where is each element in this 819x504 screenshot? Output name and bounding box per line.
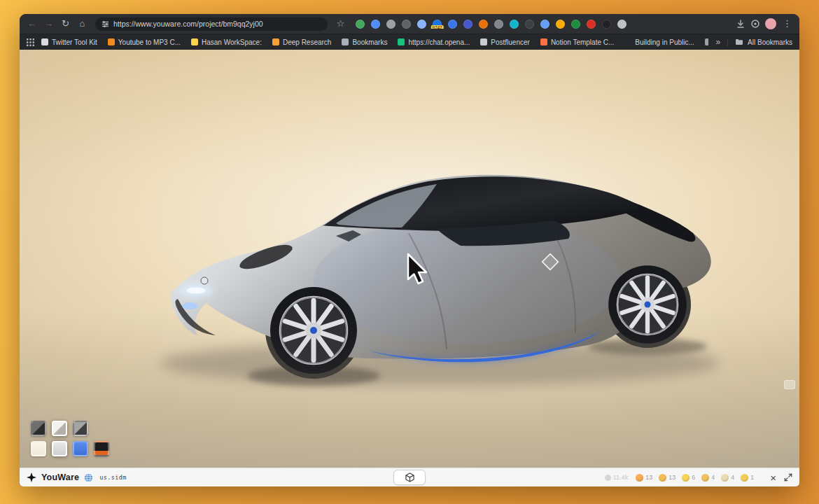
status-bar: YouWare us.sidm 11.4k: [20, 468, 799, 486]
clap-emoji-icon: [701, 474, 709, 482]
fullscreen-icon[interactable]: [784, 473, 792, 482]
extension-green2-icon[interactable]: [571, 20, 580, 29]
reactions: 13136441: [636, 474, 754, 482]
bookmark-favicon: [272, 38, 279, 46]
browser-toolbar: ← → ↻ ⌂ https://www.youware.com/project/…: [20, 14, 799, 34]
folder-icon: [735, 38, 743, 46]
extension-skyblue-icon[interactable]: [540, 20, 550, 29]
apps-grid-icon[interactable]: [27, 38, 34, 46]
cube-icon: [405, 472, 414, 482]
reaction-count: 13: [668, 474, 676, 481]
bookmark-item[interactable]: https://chat.opena...: [398, 38, 470, 46]
viewer-canvas[interactable]: [20, 50, 799, 468]
extension-slate-icon[interactable]: [402, 20, 411, 29]
reload-button[interactable]: ↻: [59, 14, 71, 34]
bookmark-item[interactable]: Tribescaler: [705, 38, 709, 46]
paint-black-orange-swatch[interactable]: [94, 441, 109, 456]
reaction-count: 1: [750, 474, 754, 481]
bookmark-label: Postfluencer: [491, 38, 530, 46]
brand-name[interactable]: YouWare: [41, 472, 79, 482]
extension-red-icon[interactable]: [587, 20, 596, 29]
bookmark-favicon: [480, 38, 487, 46]
reaction-clap[interactable]: 4: [701, 474, 715, 482]
all-bookmarks-label: All Bookmarks: [748, 38, 792, 46]
model-toggle-button[interactable]: [393, 470, 426, 485]
toolbar-extra-icon[interactable]: [750, 19, 760, 29]
bookmarks-list: Twitter Tool KitYoutube to MP3 C...Hasan…: [41, 38, 708, 46]
reaction-raised-hands[interactable]: 4: [721, 474, 734, 482]
back-button[interactable]: ←: [26, 14, 38, 34]
bookmark-item[interactable]: Youtube to MP3 C...: [108, 38, 181, 46]
home-button[interactable]: ⌂: [76, 14, 88, 34]
reaction-lightning[interactable]: 1: [741, 474, 754, 482]
env-gray-swatch[interactable]: [73, 421, 88, 436]
site-settings-icon[interactable]: [102, 20, 109, 28]
bookmarks-overflow-icon[interactable]: »: [715, 37, 720, 47]
car-render: [20, 50, 799, 468]
extension-blue-pencil-icon[interactable]: [371, 20, 380, 29]
extension-green-icon[interactable]: [356, 20, 365, 29]
url-bar[interactable]: https://www.youware.com/project/bm9qq2yj…: [95, 18, 328, 31]
statusbar-right-group: 11.4k 13136441 ×: [605, 472, 792, 483]
env-dark-swatch[interactable]: [31, 421, 46, 436]
extension-gray-icon[interactable]: [494, 20, 503, 29]
front-wheel: [270, 287, 357, 374]
view-count-value: 11.4k: [613, 474, 628, 481]
bookmark-favicon: [108, 38, 115, 46]
extension-silver-icon[interactable]: [617, 20, 626, 29]
bookmark-item[interactable]: Building in Public...: [624, 38, 694, 46]
bookmark-label: Deep Research: [283, 38, 331, 46]
extension-teal-icon[interactable]: [510, 20, 519, 29]
bookmarks-bar: Twitter Tool KitYoutube to MP3 C...Hasan…: [20, 34, 799, 50]
reaction-count: 13: [645, 474, 652, 481]
forward-button[interactable]: →: [43, 14, 55, 34]
extension-dark-icon[interactable]: [525, 20, 534, 29]
close-icon[interactable]: ×: [770, 472, 776, 483]
bookmark-item[interactable]: Postfluencer: [480, 38, 530, 46]
reaction-victory[interactable]: 6: [682, 474, 695, 482]
bookmark-item[interactable]: Twitter Tool Kit: [41, 38, 97, 46]
reaction-count: 6: [692, 474, 695, 481]
view-count: 11.4k: [605, 474, 628, 481]
all-bookmarks-button[interactable]: All Bookmarks: [727, 38, 792, 46]
bookmark-item[interactable]: Notion Template C...: [540, 38, 614, 46]
bookmark-item[interactable]: Hasan WorkSpace:: [191, 38, 262, 46]
bookmark-favicon: [342, 38, 349, 46]
material-swatch-panel: [31, 421, 109, 456]
bookmark-favicon: [624, 38, 631, 46]
raised-hands-emoji-icon: [721, 474, 729, 482]
paint-cream-swatch[interactable]: [31, 441, 46, 456]
profile-avatar[interactable]: [765, 18, 776, 29]
site-id[interactable]: us.sidm: [99, 474, 127, 481]
reaction-count: 4: [711, 474, 715, 481]
desktop-background: ← → ↻ ⌂ https://www.youware.com/project/…: [0, 0, 819, 504]
views-icon: [605, 475, 611, 481]
grin-emoji-icon: [659, 474, 666, 482]
environment-swatch-row: [31, 421, 109, 436]
reaction-smiley[interactable]: 13: [636, 474, 652, 482]
bookmark-label: https://chat.opena...: [408, 38, 470, 46]
reaction-grin[interactable]: 13: [659, 474, 676, 482]
extension-lightblue-icon[interactable]: [417, 20, 426, 29]
bookmark-favicon: [705, 38, 709, 46]
menu-icon[interactable]: ⋮: [781, 14, 793, 34]
bookmark-star-icon[interactable]: ☆: [335, 14, 346, 34]
extension-gray-pencil-icon[interactable]: [386, 20, 396, 29]
extension-indigo-icon[interactable]: [463, 20, 472, 29]
downloads-icon[interactable]: [736, 19, 746, 29]
extension-orange-icon[interactable]: [479, 20, 488, 29]
extension-amber-icon[interactable]: [556, 20, 565, 29]
env-light-swatch[interactable]: [52, 421, 67, 436]
extension-blue-square-icon[interactable]: [448, 20, 457, 29]
browser-window: ← → ↻ ⌂ https://www.youware.com/project/…: [20, 14, 799, 486]
bookmark-favicon: [540, 38, 547, 46]
bookmark-item[interactable]: Bookmarks: [342, 38, 387, 46]
extension-charcoal-icon[interactable]: [602, 20, 611, 29]
reaction-count: 4: [731, 474, 734, 481]
extension-counter-icon[interactable]: 9742: [433, 20, 442, 29]
paint-swatch-row: [31, 441, 109, 456]
bookmark-label: Bookmarks: [352, 38, 387, 46]
paint-silver-swatch[interactable]: [52, 441, 67, 456]
paint-blue-swatch[interactable]: [73, 441, 88, 456]
bookmark-item[interactable]: Deep Research: [272, 38, 331, 46]
